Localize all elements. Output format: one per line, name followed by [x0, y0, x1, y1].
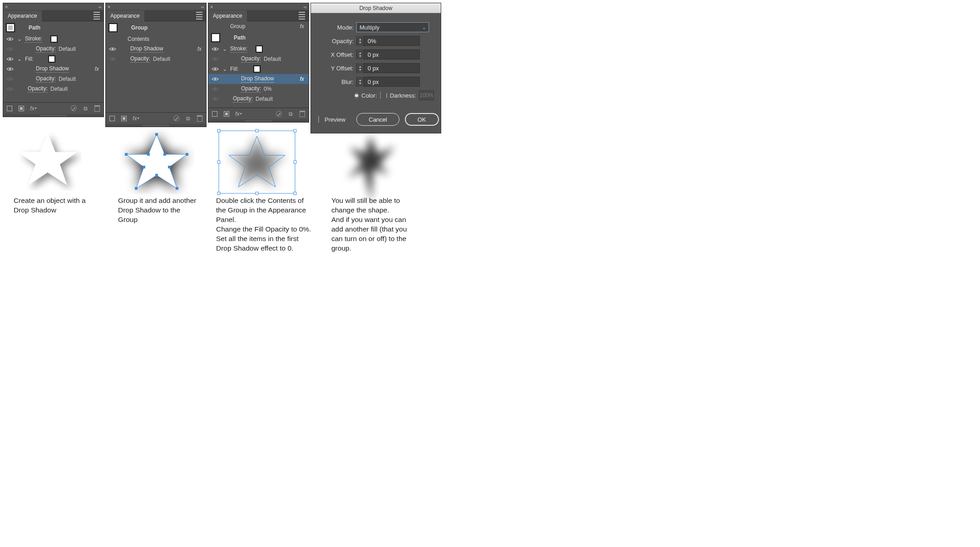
collapse-icon[interactable]: ‹‹ — [201, 4, 204, 10]
visibility-icon[interactable] — [6, 35, 14, 43]
resize-gripper[interactable] — [3, 114, 103, 117]
fill-swatch-white[interactable] — [48, 55, 55, 63]
fill-icon[interactable] — [120, 115, 128, 122]
stroke-label[interactable]: Stroke: — [25, 35, 42, 43]
fill-row[interactable]: ⌄ Fill: — [208, 64, 309, 74]
clear-icon[interactable] — [70, 105, 77, 112]
duplicate-icon[interactable]: ⧉ — [184, 115, 192, 122]
expand-icon[interactable]: ⌄ — [17, 56, 22, 62]
close-icon[interactable]: × — [108, 4, 110, 10]
fill-opacity-row[interactable]: Opacity: 0% — [208, 84, 309, 94]
fill-row[interactable]: ⌄ Fill: — [3, 54, 103, 64]
visibility-icon[interactable] — [6, 75, 14, 83]
preview-checkbox[interactable] — [318, 116, 319, 123]
trash-icon[interactable] — [94, 105, 101, 112]
fx-menu-icon[interactable]: fx▾ — [132, 115, 139, 122]
effect-label[interactable]: Drop Shadow — [130, 45, 163, 53]
expand-icon[interactable]: ⌄ — [222, 66, 227, 72]
stroke-opacity-row[interactable]: Opacity: Default — [3, 44, 103, 54]
fill-opacity-row[interactable]: Opacity: Default — [3, 74, 103, 84]
ok-button[interactable]: OK — [405, 113, 439, 126]
collapse-icon[interactable]: ‹‹ — [304, 4, 307, 10]
panel-menu-icon[interactable] — [297, 12, 307, 20]
group-header-row[interactable]: Group fx — [208, 21, 309, 31]
fill-swatch-white[interactable] — [253, 65, 261, 73]
visibility-icon[interactable] — [211, 45, 219, 53]
fx-menu-icon[interactable]: fx▾ — [235, 110, 242, 118]
stroke-row[interactable]: ⌄ Stroke: — [208, 44, 309, 54]
opacity-label[interactable]: Opacity: — [241, 55, 261, 63]
close-icon[interactable]: × — [210, 4, 213, 10]
drop-shadow-row[interactable]: Drop Shadow fx — [208, 74, 309, 84]
contents-row[interactable]: Contents — [106, 34, 206, 44]
cancel-button[interactable]: Cancel — [356, 113, 399, 126]
effect-label[interactable]: Drop Shadow — [36, 65, 69, 73]
opacity-label[interactable]: Opacity: — [28, 85, 48, 93]
trash-icon[interactable] — [196, 115, 203, 122]
opacity-label[interactable]: Opacity: — [233, 95, 253, 103]
visibility-icon[interactable] — [211, 95, 219, 103]
x-offset-spinner[interactable]: ▲▼ 0 px — [356, 49, 420, 59]
blur-spinner[interactable]: ▲▼ 0 px — [356, 77, 420, 87]
stroke-swatch-none[interactable] — [50, 35, 58, 43]
resize-gripper[interactable] — [106, 124, 206, 127]
visibility-icon[interactable] — [6, 65, 14, 73]
opacity-label[interactable]: Opacity: — [36, 45, 56, 53]
no-fill-icon[interactable] — [6, 105, 13, 112]
visibility-icon[interactable] — [211, 65, 219, 73]
no-fill-icon[interactable] — [108, 115, 116, 122]
object-header-row[interactable]: Path — [3, 21, 103, 34]
tab-appearance[interactable]: Appearance — [208, 10, 247, 21]
tab-appearance[interactable]: Appearance — [106, 10, 144, 21]
darkness-radio[interactable] — [386, 93, 387, 99]
no-fill-icon[interactable] — [211, 110, 218, 118]
close-icon[interactable]: × — [5, 4, 8, 10]
duplicate-icon[interactable]: ⧉ — [82, 105, 89, 112]
clear-icon[interactable] — [172, 115, 180, 122]
fx-menu-icon[interactable]: fx▾ — [30, 105, 37, 112]
object-opacity-row[interactable]: Opacity: Default — [106, 54, 206, 64]
stroke-label[interactable]: Stroke: — [230, 45, 247, 53]
fill-icon[interactable] — [223, 110, 230, 118]
stroke-row[interactable]: ⌄ Stroke: — [3, 34, 103, 44]
tab-appearance[interactable]: Appearance — [3, 10, 42, 21]
stroke-opacity-row[interactable]: Opacity: Default — [208, 54, 309, 64]
opacity-label[interactable]: Opacity: — [36, 75, 56, 83]
path-header-row[interactable]: Path — [208, 31, 309, 44]
fx-icon[interactable]: fx — [300, 76, 306, 82]
y-offset-spinner[interactable]: ▲▼ 0 px — [356, 63, 420, 73]
collapse-icon[interactable]: ‹‹ — [98, 4, 102, 10]
opacity-label[interactable]: Opacity: — [130, 55, 150, 63]
effect-label[interactable]: Drop Shadow — [241, 75, 274, 83]
drop-shadow-row[interactable]: Drop Shadow fx — [3, 64, 103, 74]
visibility-icon[interactable] — [6, 45, 14, 53]
panel-menu-icon[interactable] — [194, 12, 204, 20]
fx-icon[interactable]: fx — [95, 66, 101, 72]
mode-dropdown[interactable]: Multiply ⌄ — [356, 22, 429, 32]
color-swatch[interactable] — [380, 92, 381, 99]
fx-icon[interactable]: fx — [197, 46, 203, 52]
object-opacity-row[interactable]: Opacity: Default — [208, 94, 309, 104]
stepper-icon[interactable]: ▲▼ — [357, 36, 364, 46]
stepper-icon[interactable]: ▲▼ — [357, 49, 364, 59]
expand-icon[interactable]: ⌄ — [222, 46, 227, 52]
stroke-swatch-none[interactable] — [256, 45, 263, 53]
clear-icon[interactable] — [275, 110, 282, 118]
visibility-icon[interactable] — [6, 55, 14, 63]
drop-shadow-row[interactable]: Drop Shadow fx — [106, 44, 206, 54]
fx-icon[interactable]: fx — [300, 23, 306, 30]
panel-menu-icon[interactable] — [92, 12, 102, 20]
fill-icon[interactable] — [18, 105, 25, 112]
expand-icon[interactable]: ⌄ — [17, 36, 22, 42]
visibility-icon[interactable] — [211, 85, 219, 93]
resize-gripper[interactable] — [208, 119, 309, 122]
object-opacity-row[interactable]: Opacity: Default — [3, 84, 103, 94]
opacity-label[interactable]: Opacity: — [241, 85, 261, 93]
object-header-row[interactable]: Group — [106, 21, 206, 34]
duplicate-icon[interactable]: ⧉ — [287, 110, 294, 118]
visibility-icon[interactable] — [108, 45, 117, 53]
visibility-icon[interactable] — [6, 85, 14, 93]
visibility-icon[interactable] — [211, 75, 219, 83]
color-radio[interactable] — [355, 93, 359, 99]
visibility-icon[interactable] — [108, 55, 117, 63]
